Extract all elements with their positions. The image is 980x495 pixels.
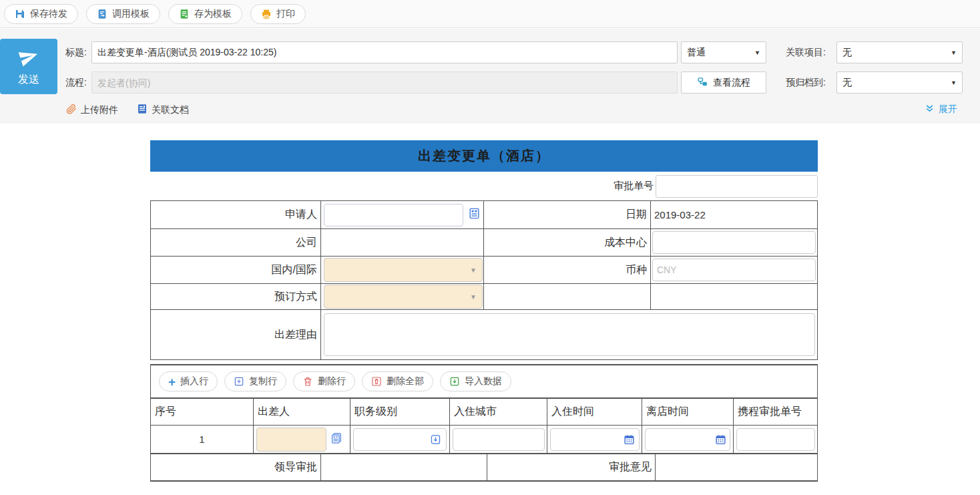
city-cell (450, 426, 547, 453)
call-template-label: 调用模板 (112, 8, 150, 20)
paper-plane-icon (19, 47, 39, 69)
city-input[interactable] (453, 428, 545, 451)
reason-textarea[interactable] (324, 313, 815, 356)
priority-select[interactable]: 普通 ▼ (681, 41, 766, 63)
cost-center-label: 成本中心 (484, 229, 651, 256)
prearchive-select[interactable]: 无 ▼ (836, 71, 963, 94)
form-title: 出差变更单（酒店） (418, 147, 550, 165)
items-data-row: 1 (151, 425, 817, 453)
import-data-label: 导入数据 (465, 375, 502, 387)
col-ctrip-no: 携程审批单号 (734, 399, 817, 425)
row-actions-bar: + 插入行 复制行 删除行 删除全部 (150, 364, 818, 397)
template-save-icon (179, 9, 190, 19)
traveler-input[interactable] (256, 428, 326, 452)
approval-no-input[interactable] (656, 175, 818, 198)
copy-row-label: 复制行 (249, 375, 277, 387)
ctrip-no-input[interactable] (736, 428, 815, 451)
page: 保存待发 调用模板 存为模板 打印 发送 (0, 0, 980, 495)
flow-input[interactable] (91, 71, 678, 94)
approval-footer-row: 领导审批 审批意见 (151, 453, 817, 480)
related-document-link[interactable]: 关联文档 (137, 104, 189, 116)
related-project-value: 无 (842, 47, 852, 59)
approval-opinion-cell (656, 454, 817, 480)
col-checkin: 入住时间 (547, 399, 642, 425)
applicant-cell (321, 201, 484, 228)
chevron-down-icon: ▼ (951, 49, 957, 56)
view-flow-button[interactable]: 查看流程 (681, 71, 766, 94)
booking-cell: ▼ (321, 284, 484, 309)
delete-row-button[interactable]: 删除行 (293, 371, 355, 391)
copy-row-button[interactable]: 复制行 (224, 371, 286, 391)
title-input[interactable] (91, 41, 678, 63)
delete-all-label: 删除全部 (387, 375, 424, 387)
delete-row-label: 删除行 (318, 375, 346, 387)
chevron-down-icon: ▼ (951, 79, 957, 86)
currency-label: 币种 (484, 257, 651, 283)
currency-input[interactable] (652, 259, 816, 281)
applicant-input[interactable] (324, 204, 463, 226)
reason-label: 出差理由 (151, 310, 321, 359)
field-table: 申请人 日期 2019-03-22 公司 成本中心 (150, 200, 818, 360)
cost-center-input[interactable] (652, 231, 816, 254)
calendar-icon[interactable] (715, 434, 726, 445)
save-as-template-button[interactable]: 存为模板 (168, 4, 242, 24)
send-button[interactable]: 发送 (0, 39, 57, 94)
document-icon (137, 104, 148, 116)
empty-cell (484, 284, 651, 309)
print-button[interactable]: 打印 (250, 4, 306, 24)
approval-opinion-label: 审批意见 (487, 454, 656, 480)
leader-approval-label: 领导审批 (151, 454, 321, 480)
expand-label: 展开 (939, 104, 957, 116)
booking-select[interactable]: ▼ (324, 285, 483, 309)
date-value: 2019-03-22 (651, 209, 706, 220)
approval-no-label: 审批单号 (614, 180, 654, 192)
domestic-select[interactable]: ▼ (324, 258, 483, 282)
insert-row-button[interactable]: + 插入行 (159, 371, 218, 391)
related-document-label: 关联文档 (152, 104, 189, 116)
col-checkout: 离店时间 (642, 399, 734, 425)
view-flow-label: 查看流程 (713, 77, 750, 89)
date-label: 日期 (484, 201, 651, 228)
expand-link[interactable]: 展开 (925, 104, 957, 116)
contact-picker-icon[interactable] (468, 207, 481, 222)
delete-all-button[interactable]: 删除全部 (362, 371, 433, 391)
delete-row-icon (302, 376, 313, 387)
flow-label: 流程: (65, 71, 87, 94)
col-job-level: 职务级别 (350, 399, 450, 425)
contact-cards-icon[interactable] (330, 432, 342, 447)
booking-label: 预订方式 (151, 284, 321, 309)
seq-cell: 1 (151, 426, 254, 453)
send-label: 发送 (18, 73, 39, 87)
calendar-icon[interactable] (624, 434, 635, 445)
top-toolbar: 保存待发 调用模板 存为模板 打印 (0, 0, 980, 28)
traveler-cell (254, 426, 350, 453)
print-icon (261, 9, 272, 19)
empty-cell (651, 284, 817, 309)
paperclip-icon (65, 104, 77, 117)
save-icon (15, 9, 25, 19)
cost-center-cell (651, 229, 817, 256)
approval-no-row: 审批单号 (150, 172, 818, 200)
applicant-label: 申请人 (151, 201, 321, 228)
form-header-panel: 发送 标题: 普通 ▼ 关联项目: 无 ▼ 流程: 查看流程 预归档到: 无 ▼ (0, 29, 980, 124)
col-traveler: 出差人 (254, 399, 350, 425)
related-project-select[interactable]: 无 ▼ (836, 41, 963, 63)
upload-attachment-link[interactable]: 上传附件 (65, 104, 118, 117)
import-data-button[interactable]: 导入数据 (440, 371, 511, 391)
level-picker-icon[interactable] (430, 434, 441, 445)
col-city: 入住城市 (450, 399, 547, 425)
plus-icon: + (168, 375, 176, 388)
save-pending-button[interactable]: 保存待发 (4, 4, 78, 24)
leader-approval-cell (321, 454, 487, 480)
double-chevron-down-icon (925, 104, 935, 116)
print-label: 打印 (276, 8, 295, 20)
currency-cell (651, 257, 817, 283)
items-table: 序号 出差人 职务级别 入住城市 入住时间 离店时间 携程审批单号 1 (150, 397, 818, 482)
prearchive-value: 无 (842, 77, 852, 89)
checkin-cell (547, 426, 642, 453)
call-template-button[interactable]: 调用模板 (86, 4, 160, 24)
delete-all-icon (371, 376, 382, 387)
import-data-icon (449, 376, 460, 387)
form-title-banner: 出差变更单（酒店） (150, 140, 818, 172)
ctrip-no-cell (734, 426, 817, 453)
